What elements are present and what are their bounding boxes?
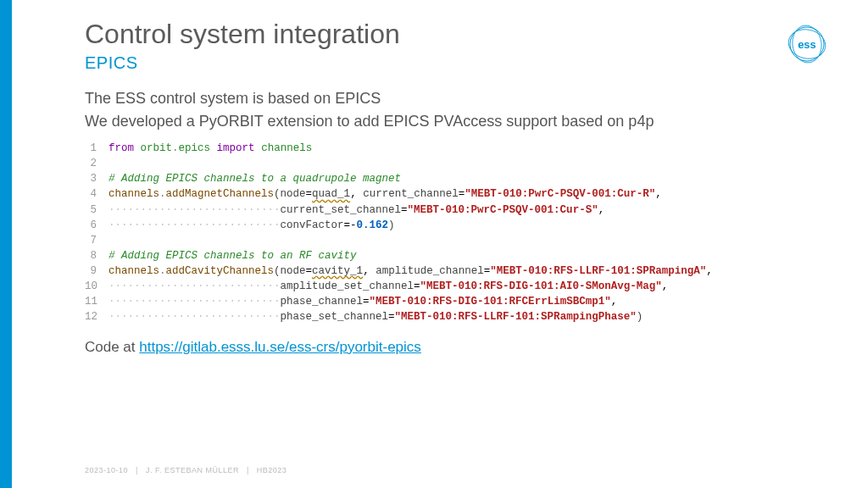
line-number: 6 <box>85 218 108 233</box>
line-number: 1 <box>85 141 108 156</box>
code-line-8: 8 # Adding EPICS channels to an RF cavit… <box>85 248 783 263</box>
footer-sep: | <box>136 466 138 474</box>
bullet-2: We developed a PyORBIT extension to add … <box>85 113 783 130</box>
code-line-7: 7 <box>85 233 783 248</box>
code-line-1: 1 from orbit.epics import channels <box>85 141 783 156</box>
line-number: 11 <box>85 294 108 309</box>
bullet-1: The ESS control system is based on EPICS <box>85 90 783 108</box>
slide-content: Control system integration EPICS The ESS… <box>85 19 783 356</box>
code-line-4: 4 channels.addMagnetChannels(node=quad_1… <box>85 186 783 202</box>
accent-bar <box>0 0 12 488</box>
code-block: 1 from orbit.epics import channels 2 3 #… <box>85 141 783 325</box>
footer-author: J. F. ESTEBAN MÜLLER <box>146 466 239 474</box>
code-line-12: 12 ···························phase_set_… <box>85 309 783 324</box>
line-number: 5 <box>85 202 108 218</box>
code-at-prefix: Code at <box>85 339 139 355</box>
code-line-9: 9 channels.addCavityChannels(node=cavity… <box>85 263 783 279</box>
repo-link[interactable]: https://gitlab.esss.lu.se/ess-crs/pyorbi… <box>139 339 421 355</box>
code-link-line: Code at https://gitlab.esss.lu.se/ess-cr… <box>85 339 783 356</box>
footer-date: 2023-10-10 <box>85 466 128 474</box>
line-number: 10 <box>85 279 108 294</box>
ess-logo: ess <box>787 24 827 64</box>
line-number: 12 <box>85 309 108 324</box>
svg-text:ess: ess <box>798 38 816 51</box>
code-line-2: 2 <box>85 156 783 171</box>
code-line-3: 3 # Adding EPICS channels to a quadrupol… <box>85 171 783 186</box>
code-line-10: 10 ···························amplitude_… <box>85 279 783 294</box>
code-line-5: 5 ···························current_set… <box>85 202 783 218</box>
code-line-11: 11 ···························phase_chan… <box>85 294 783 309</box>
line-number: 8 <box>85 248 108 263</box>
footer: 2023-10-10 | J. F. ESTEBAN MÜLLER | HB20… <box>85 466 287 474</box>
line-number: 2 <box>85 156 108 171</box>
footer-sep: | <box>247 466 249 474</box>
code-line-6: 6 ···························convFactor=… <box>85 218 783 233</box>
line-number: 7 <box>85 233 108 248</box>
page-title: Control system integration <box>85 19 783 50</box>
line-number: 9 <box>85 263 108 279</box>
line-number: 4 <box>85 186 108 202</box>
line-number: 3 <box>85 171 108 186</box>
page-subtitle: EPICS <box>85 53 783 73</box>
footer-conf: HB2023 <box>257 466 287 474</box>
